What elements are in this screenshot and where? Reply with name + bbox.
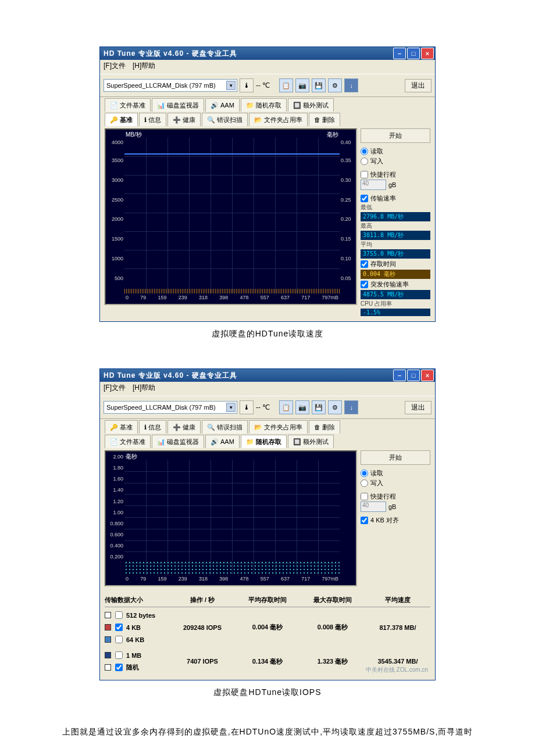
val-burst: 4875.5 MB/秒 (361, 290, 430, 299)
chk-512[interactable]: 512 bytes (105, 610, 170, 621)
mode-read[interactable]: 读取 (361, 146, 430, 156)
copy-icon[interactable]: 📋 (279, 78, 293, 92)
temp-icon: 🌡 (240, 400, 254, 414)
val-access: 0.004 毫秒 (361, 270, 430, 279)
r2-speed: 3545.347 MB/ (365, 658, 430, 665)
mode-read[interactable]: 读取 (361, 468, 430, 478)
tab-aam[interactable]: 🔊AAM (205, 98, 240, 112)
r1-speed: 817.378 MB/ (365, 624, 430, 631)
toolbar: SuperSpeed_LLCRAM_Disk (797 mB) 🌡 -- ℃ 📋… (100, 74, 435, 97)
screenshot-icon[interactable]: 📷 (295, 78, 309, 92)
short-value[interactable]: 40 (361, 180, 386, 190)
caption-2: 虚拟硬盘HDTune读取IOPS (0, 687, 535, 698)
tab-extra[interactable]: 🔲额外测试 (288, 98, 334, 112)
benchmark-chart: MB/秒 毫秒 4000350030002500 200015001000500… (105, 128, 357, 305)
hdtune-window-1: HD Tune 专业版 v4.60 - 硬盘专业工具 – □ × [F]文件 [… (99, 46, 436, 322)
save-icon[interactable]: 💾 (312, 78, 326, 92)
tab-erase[interactable]: 🗑删除 (309, 420, 340, 433)
chk-align[interactable]: 4 KB 对齐 (361, 515, 430, 525)
side-panel: 开始 读取 写入 快捷行程 40gB 传输速率 最低 2796.8 MB/秒 最… (361, 128, 430, 317)
chk-transfer[interactable]: 传输速率 (361, 194, 430, 203)
menu-file[interactable]: [F]文件 (104, 61, 126, 73)
tab-health[interactable]: ➕健康 (167, 420, 201, 433)
options-icon[interactable]: ⚙ (328, 78, 342, 92)
screenshot-icon[interactable]: 📷 (295, 400, 309, 414)
refresh-icon[interactable]: ↓ (344, 400, 358, 414)
val-cpu: -1.5% (361, 309, 430, 316)
save-icon[interactable]: 💾 (312, 400, 326, 414)
val-avg: 3755.0 MB/秒 (361, 249, 430, 259)
titlebar[interactable]: HD Tune 专业版 v4.60 - 硬盘专业工具 – □ × (100, 369, 435, 382)
tab-diskmonitor[interactable]: 📊磁盘监视器 (152, 435, 204, 448)
r1-iops: 209248 IOPS (170, 624, 235, 631)
r1-max: 0.008 毫秒 (300, 623, 365, 632)
r2-max: 1.323 毫秒 (300, 657, 365, 666)
chk-64k[interactable]: 64 KB (105, 634, 170, 645)
tab-extra[interactable]: 🔲额外测试 (288, 435, 334, 448)
transfer-plot (124, 153, 340, 155)
tab-benchmark[interactable]: 🔑基准 (105, 420, 138, 433)
caption-1: 虚拟哽盘的HDTune读取速度 (0, 329, 535, 339)
mode-write[interactable]: 写入 (361, 478, 430, 488)
scatter-plot (124, 561, 340, 575)
exit-button[interactable]: 退出 (405, 401, 431, 414)
menubar: [F]文件 [H]帮助 (100, 60, 435, 74)
tab-row-1: 📄文件基准 📊磁盘监视器 🔊AAM 📁随机存取 🔲额外测试 (100, 97, 435, 112)
temperature: -- ℃ (256, 81, 270, 89)
chk-burst[interactable]: 突发传输速率 (361, 280, 430, 289)
r2-iops: 7407 IOPS (170, 658, 235, 665)
tab-row-2: 🔑基准 ℹ信息 ➕健康 🔍错误扫描 📂文件夹占用率 🗑删除 (100, 112, 435, 126)
refresh-icon[interactable]: ↓ (344, 78, 358, 92)
close-button[interactable]: × (421, 370, 434, 381)
tab-filebenchmark[interactable]: 📄文件基准 (105, 98, 151, 112)
tab-health[interactable]: ➕健康 (167, 113, 201, 126)
minimize-button[interactable]: – (393, 48, 406, 59)
tab-random[interactable]: 📁随机存取 (241, 435, 287, 448)
short-stroke[interactable]: 快捷行程 (361, 492, 430, 501)
chk-access[interactable]: 存取时间 (361, 259, 430, 269)
tab-aam[interactable]: 🔊AAM (205, 435, 240, 448)
r2-avg: 0.134 毫秒 (235, 657, 300, 666)
tab-erase[interactable]: 🗑删除 (309, 113, 340, 126)
chk-random[interactable]: 随机 (105, 662, 170, 673)
window-title: HD Tune 专业版 v4.60 - 硬盘专业工具 (101, 49, 393, 59)
maximize-button[interactable]: □ (407, 48, 420, 59)
random-chart: 毫秒 2.001.801.601.40 1.201.000.8000.600 0… (105, 450, 357, 586)
tab-errorscan[interactable]: 🔍错误扫描 (202, 420, 248, 433)
start-button[interactable]: 开始 (361, 128, 430, 143)
tab-info[interactable]: ℹ信息 (139, 420, 166, 433)
titlebar[interactable]: HD Tune 专业版 v4.60 - 硬盘专业工具 – □ × (100, 47, 435, 60)
minimize-button[interactable]: – (393, 370, 406, 381)
tab-filebenchmark[interactable]: 📄文件基准 (105, 435, 151, 448)
short-stroke[interactable]: 快捷行程 (361, 170, 430, 180)
copy-icon[interactable]: 📋 (279, 400, 293, 414)
drive-select[interactable]: SuperSpeed_LLCRAM_Disk (797 mB) (104, 401, 237, 414)
options-icon[interactable]: ⚙ (328, 400, 342, 414)
access-plot (124, 289, 340, 293)
close-button[interactable]: × (421, 48, 434, 59)
start-button[interactable]: 开始 (361, 450, 430, 465)
r1-avg: 0.004 毫秒 (235, 623, 300, 632)
tab-folder[interactable]: 📂文件夹占用率 (249, 420, 308, 433)
tab-errorscan[interactable]: 🔍错误扫描 (202, 113, 248, 126)
tab-diskmonitor[interactable]: 📊磁盘监视器 (152, 98, 204, 112)
chk-1m[interactable]: 1 MB (105, 650, 170, 661)
val-max: 3811.8 MB/秒 (361, 231, 430, 240)
maximize-button[interactable]: □ (407, 370, 420, 381)
body-text: 上图就是通过设宜多余内存得到的虚拟硬盘,在HDTUnO速度测试中,平均读取速度超… (0, 727, 535, 737)
watermark: 中关村在线 ZOL.com.cn (366, 666, 428, 674)
chk-4k[interactable]: 4 KB (105, 622, 170, 633)
tab-random[interactable]: 📁随机存取 (241, 98, 287, 112)
tab-folder[interactable]: 📂文件夹占用率 (249, 113, 308, 126)
drive-select[interactable]: SuperSpeed_LLCRAM_Disk (797 mB) (104, 79, 237, 92)
temp-icon: 🌡 (240, 78, 254, 92)
exit-button[interactable]: 退出 (405, 79, 431, 92)
val-min: 2796.8 MB/秒 (361, 212, 430, 221)
menu-help[interactable]: [H]帮助 (133, 61, 155, 73)
hdtune-window-2: HD Tune 专业版 v4.60 - 硬盘专业工具 – □ × [F]文件[H… (99, 368, 436, 680)
tab-info[interactable]: ℹ信息 (139, 113, 166, 126)
mode-write[interactable]: 写入 (361, 156, 430, 166)
tab-benchmark[interactable]: 🔑基准 (105, 113, 138, 126)
results-table: 传输数据大小操作 / 秒 平均存取时间最大存取时间平均速度 512 bytes … (100, 591, 435, 680)
